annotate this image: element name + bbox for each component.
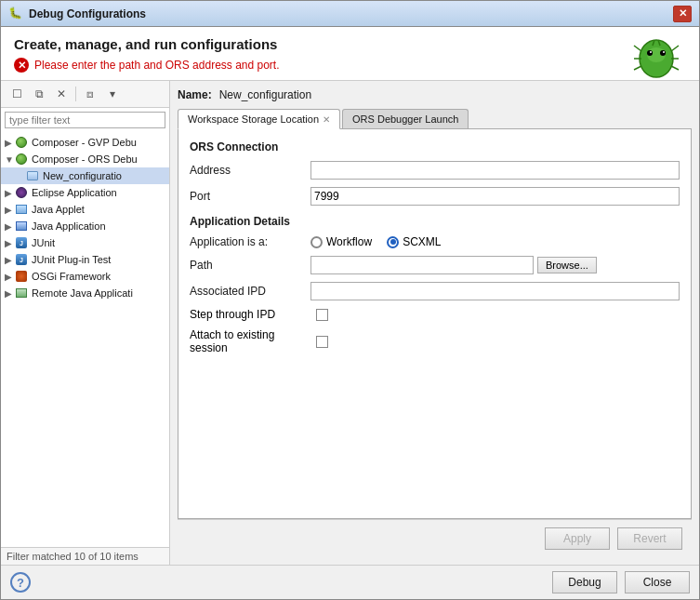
tree-item-eclipse[interactable]: ▶ Eclipse Application	[1, 184, 169, 201]
debug-button[interactable]: Debug	[552, 571, 617, 593]
main-content: ☐ ⧉ ✕ ⧈ ▾ ▶ Composer - GVP Debu ▼	[1, 81, 699, 565]
attach-row: Attach to existing session	[190, 328, 680, 354]
attach-checkbox[interactable]	[316, 336, 328, 348]
tab-label: ORS Debugger Launch	[352, 113, 458, 125]
footer-help: ?	[10, 572, 31, 593]
associated-ipd-label: Associated IPD	[190, 285, 310, 298]
composer-ors-icon	[14, 153, 29, 166]
tree-arrow: ▶	[5, 238, 14, 248]
tree-arrow: ▶	[5, 205, 14, 215]
duplicate-btn[interactable]: ⧉	[29, 85, 49, 103]
collapse-btn[interactable]: ⧈	[80, 85, 100, 103]
tree-item-label: Composer - GVP Debu	[32, 137, 137, 148]
tree-item-osgi[interactable]: ▶ OSGi Framework	[1, 268, 169, 285]
remote-java-icon	[14, 287, 29, 300]
java-app-icon	[14, 220, 29, 233]
junit-icon: J	[14, 236, 29, 249]
associated-ipd-row: Associated IPD	[190, 282, 680, 300]
port-label: Port	[190, 190, 310, 203]
tree-item-composer-ors[interactable]: ▼ Composer - ORS Debu	[1, 151, 169, 167]
tree-item-label: OSGi Framework	[32, 271, 111, 282]
header-title: Create, manage, and run configurations	[14, 36, 621, 52]
tree-arrow: ▶	[5, 255, 14, 265]
revert-button[interactable]: Revert	[617, 527, 682, 550]
svg-line-11	[671, 66, 679, 70]
address-label: Address	[190, 164, 310, 177]
right-panel: Name: New_configuration Workspace Storag…	[170, 81, 699, 565]
footer-bar: ? Debug Close	[1, 565, 699, 599]
left-panel: ☐ ⧉ ✕ ⧈ ▾ ▶ Composer - GVP Debu ▼	[1, 81, 170, 565]
window-title: Debug Configurations	[29, 7, 673, 20]
workflow-label: Workflow	[326, 235, 372, 248]
tree-item-composer-gvp[interactable]: ▶ Composer - GVP Debu	[1, 134, 169, 151]
tree-item-applet[interactable]: ▶ Java Applet	[1, 201, 169, 218]
svg-point-5	[663, 51, 665, 53]
radio-dot	[390, 239, 396, 245]
tree-item-label: JUnit	[32, 237, 55, 248]
step-through-checkbox[interactable]	[316, 309, 328, 321]
app-details-title: Application Details	[190, 215, 680, 228]
delete-btn[interactable]: ✕	[51, 85, 72, 103]
close-button[interactable]: Close	[625, 571, 690, 593]
tab-ors-debugger[interactable]: ORS Debugger Launch	[342, 109, 469, 128]
svg-line-6	[634, 46, 641, 51]
osgi-icon	[14, 270, 29, 283]
tree-item-label: Composer - ORS Debu	[32, 153, 138, 165]
filter-input[interactable]	[5, 112, 165, 128]
scxml-label: SCXML	[403, 235, 441, 248]
tree-item-label: New_configuratio	[43, 170, 122, 181]
toolbar-separator	[75, 87, 76, 101]
window-icon: 🐛	[8, 7, 23, 21]
toolbar: ☐ ⧉ ✕ ⧈ ▾	[1, 81, 169, 108]
tab-label: Workspace Storage Location	[188, 113, 319, 125]
tab-close-btn[interactable]: ✕	[323, 114, 330, 125]
tree-item-remote-java[interactable]: ▶ Remote Java Applicati	[1, 285, 169, 301]
tree-item-junit-plugin[interactable]: ▶ J JUnit Plug-in Test	[1, 251, 169, 268]
config-name-value: New_configuration	[219, 88, 311, 101]
address-row: Address	[190, 161, 680, 180]
tree-arrow: ▶	[5, 188, 14, 198]
tab-workspace-storage[interactable]: Workspace Storage Location ✕	[178, 109, 340, 129]
port-input[interactable]	[310, 187, 680, 206]
workflow-option[interactable]: Workflow	[310, 235, 372, 248]
title-bar: 🐛 Debug Configurations ✕	[1, 1, 699, 27]
new-config-btn[interactable]: ☐	[7, 85, 27, 103]
tree-arrow: ▶	[5, 221, 14, 232]
header-error: ✕ Please enter the path and ORS address …	[14, 58, 621, 73]
path-row: Path Browse...	[190, 256, 680, 274]
associated-ipd-input[interactable]	[310, 282, 680, 300]
tree-item-new-config[interactable]: New_configuratio	[1, 167, 169, 184]
apply-button[interactable]: Apply	[545, 527, 610, 550]
address-input[interactable]	[310, 161, 680, 180]
menu-btn[interactable]: ▾	[102, 85, 123, 103]
svg-line-9	[671, 46, 679, 51]
tree-item-label: JUnit Plug-in Test	[32, 254, 111, 265]
bottom-action-bar: Apply Revert	[178, 519, 692, 557]
step-through-row: Step through IPD	[190, 308, 680, 321]
attach-label: Attach to existing session	[190, 328, 310, 354]
workflow-radio[interactable]	[310, 236, 323, 248]
path-input[interactable]	[310, 256, 534, 274]
window-close-button[interactable]: ✕	[673, 6, 692, 22]
tree-item-junit[interactable]: ▶ J JUnit	[1, 234, 169, 251]
tree-arrow: ▼	[5, 154, 14, 165]
eclipse-icon	[14, 186, 29, 199]
tree-area: ▶ Composer - GVP Debu ▼ Composer - ORS D…	[1, 132, 169, 547]
bug-icon-wrapper	[632, 34, 680, 86]
tree-arrow: ▶	[5, 138, 14, 148]
tree-item-label: Java Applet	[32, 204, 85, 215]
help-button[interactable]: ?	[10, 572, 31, 593]
scxml-option[interactable]: SCXML	[387, 235, 441, 248]
composer-gvp-icon	[14, 136, 29, 149]
radio-group: Workflow SCXML	[310, 235, 441, 248]
scxml-radio[interactable]	[387, 236, 399, 248]
tree-item-label: Java Application	[32, 220, 106, 232]
browse-button[interactable]: Browse...	[537, 257, 597, 273]
path-label: Path	[190, 259, 310, 272]
tree-arrow: ▶	[5, 288, 14, 299]
tree-item-java-app[interactable]: ▶ Java Application	[1, 218, 169, 234]
error-icon: ✕	[14, 58, 29, 73]
tab-bar: Workspace Storage Location ✕ ORS Debugge…	[178, 109, 692, 129]
svg-line-8	[634, 66, 641, 70]
port-row: Port	[190, 187, 680, 206]
